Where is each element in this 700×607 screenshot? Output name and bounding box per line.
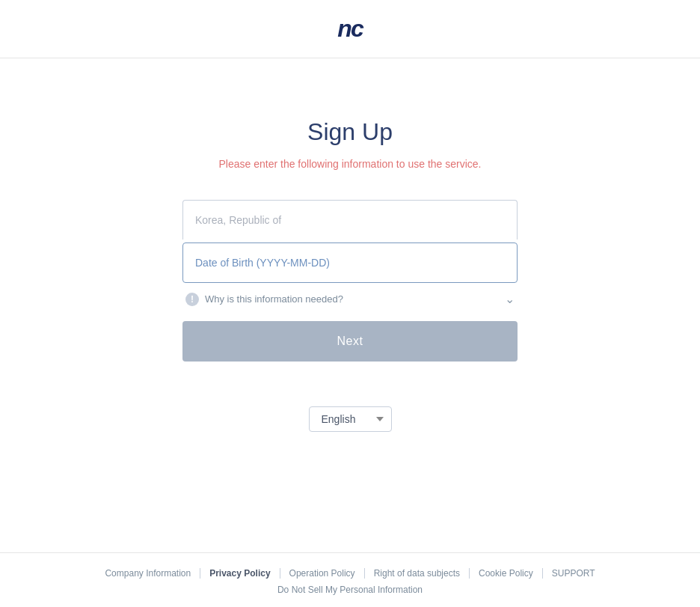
main-content: Sign Up Please enter the following infor… (182, 58, 518, 552)
signup-form: ! Why is this information needed? ⌄ Next (182, 200, 518, 362)
next-button[interactable]: Next (182, 321, 518, 362)
page-subtitle: Please enter the following information t… (219, 158, 482, 170)
footer-links: Company Information Privacy Policy Opera… (0, 568, 700, 579)
footer: Company Information Privacy Policy Opera… (0, 552, 700, 607)
footer-link-do-not-sell[interactable]: Do Not Sell My Personal Information (0, 585, 700, 595)
why-label: Why is this information needed? (205, 293, 343, 305)
why-left: ! Why is this information needed? (185, 293, 343, 306)
logo: nc (337, 15, 362, 43)
footer-link-privacy-policy[interactable]: Privacy Policy (200, 568, 280, 579)
header: nc (0, 0, 700, 58)
footer-link-operation-policy[interactable]: Operation Policy (280, 568, 365, 579)
country-input[interactable] (182, 200, 518, 240)
page-title: Sign Up (307, 118, 393, 146)
footer-link-cookie-policy[interactable]: Cookie Policy (470, 568, 543, 579)
footer-link-right-of-data-subjects[interactable]: Right of data subjects (365, 568, 470, 579)
language-select[interactable]: English Korean Japanese Chinese (309, 406, 392, 432)
footer-link-support[interactable]: SUPPORT (543, 568, 604, 579)
footer-link-company-information[interactable]: Company Information (96, 568, 200, 579)
info-icon: ! (185, 293, 199, 306)
why-row[interactable]: ! Why is this information needed? ⌄ (182, 283, 518, 315)
chevron-down-icon: ⌄ (505, 292, 515, 306)
dob-input[interactable] (182, 243, 518, 283)
language-container: English Korean Japanese Chinese (309, 406, 392, 432)
